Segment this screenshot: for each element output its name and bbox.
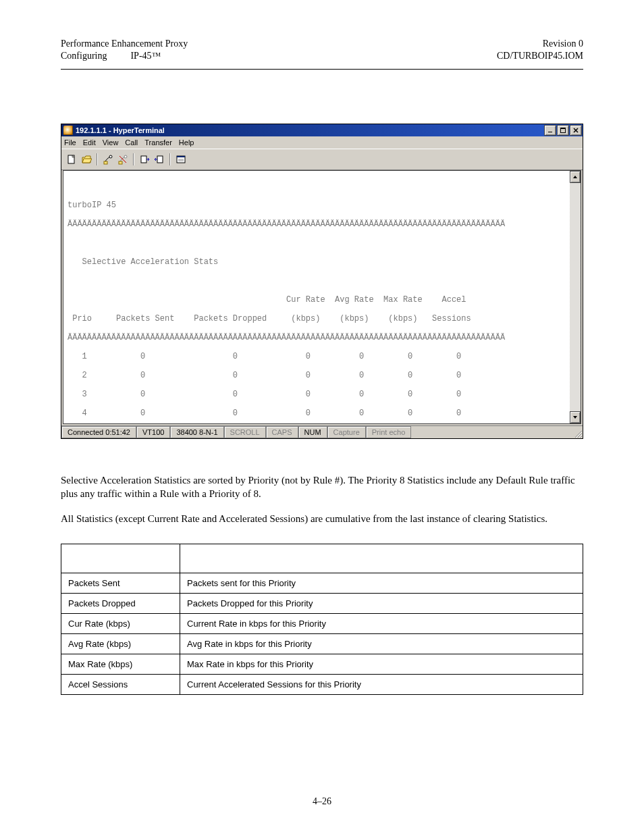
status-capture: Capture <box>327 426 366 438</box>
term-cell: Accel Sessions <box>61 674 180 694</box>
terminal-section-title: Selective Acceleration Stats <box>68 257 566 267</box>
table-header-row <box>61 544 583 573</box>
term-cell: Avg Rate (kbps) <box>61 633 180 654</box>
status-caps: CAPS <box>266 426 298 438</box>
stats-row: 3 0 0 0 0 0 0 <box>68 390 566 399</box>
svg-rect-13 <box>157 156 163 163</box>
table-header-term <box>61 544 180 573</box>
term-cell: Cur Rate (kbps) <box>61 613 180 633</box>
window-title: 192.1.1.1 - HyperTerminal <box>76 126 165 134</box>
paragraph-1: Selective Acceleration Statistics are so… <box>61 474 583 500</box>
svg-rect-7 <box>104 161 107 164</box>
receive-icon[interactable] <box>152 152 167 167</box>
terminal-product: turboIP 45 <box>68 201 566 210</box>
desc-cell: Current Rate in kbps for this Priority <box>180 613 583 633</box>
hyperterminal-window: 192.1.1.1 - HyperTerminal File Edit View… <box>61 124 583 439</box>
menu-help[interactable]: Help <box>179 138 194 147</box>
vertical-scrollbar[interactable] <box>570 171 581 423</box>
header-left-1: Performance Enhancement Proxy <box>61 38 188 50</box>
connect-icon[interactable] <box>101 152 115 167</box>
status-connected: Connected 0:51:42 <box>61 426 136 438</box>
svg-rect-2 <box>560 128 566 129</box>
terminal-divider-1: ÄÄÄÄÄÄÄÄÄÄÄÄÄÄÄÄÄÄÄÄÄÄÄÄÄÄÄÄÄÄÄÄÄÄÄÄÄÄÄÄ… <box>68 219 566 229</box>
svg-rect-15 <box>177 156 185 157</box>
desc-cell: Max Rate in kbps for this Priority <box>180 654 583 674</box>
svg-point-8 <box>109 155 112 158</box>
open-icon[interactable] <box>79 152 94 167</box>
scroll-track[interactable] <box>570 183 581 411</box>
header-right-2: CD/TURBOIP45.IOM <box>497 50 583 62</box>
toolbar-separator-1 <box>95 152 99 167</box>
menu-transfer[interactable]: Transfer <box>144 138 172 147</box>
table-row: Packets Dropped Packets Dropped for this… <box>61 593 583 613</box>
minimize-button[interactable] <box>544 125 556 136</box>
menu-view[interactable]: View <box>103 138 119 147</box>
svg-marker-6 <box>82 159 92 163</box>
table-row: Packets Sent Packets sent for this Prior… <box>61 573 583 593</box>
svg-marker-19 <box>573 416 577 419</box>
menu-file[interactable]: File <box>64 138 76 147</box>
resize-grip-icon[interactable] <box>570 426 583 438</box>
status-settings: 38400 8-N-1 <box>170 426 223 438</box>
header-rule <box>61 69 583 70</box>
table-row: Cur Rate (kbps) Current Rate in kbps for… <box>61 613 583 633</box>
toolbar-separator-3 <box>168 152 172 167</box>
desc-cell: Current Accelerated Sessions for this Pr… <box>180 674 583 694</box>
scroll-down-icon[interactable] <box>570 411 581 423</box>
svg-rect-0 <box>548 132 552 132</box>
menubar: File Edit View Call Transfer Help <box>61 136 583 149</box>
header-right-1: Revision 0 <box>543 38 583 50</box>
toolbar <box>61 149 583 170</box>
desc-cell: Avg Rate in kbps for this Priority <box>180 633 583 654</box>
table-row: Accel Sessions Current Accelerated Sessi… <box>61 674 583 694</box>
terminal-header-2: Prio Packets Sent Packets Dropped (kbps)… <box>68 314 566 323</box>
svg-line-25 <box>581 437 582 438</box>
page-header: Performance Enhancement Proxy Revision 0… <box>61 38 583 70</box>
new-icon[interactable] <box>64 152 79 167</box>
terminal-output: turboIP 45 ÄÄÄÄÄÄÄÄÄÄÄÄÄÄÄÄÄÄÄÄÄÄÄÄÄÄÄÄÄ… <box>63 171 570 423</box>
close-button[interactable] <box>570 125 582 136</box>
window-titlebar[interactable]: 192.1.1.1 - HyperTerminal <box>61 124 583 136</box>
body-text: Selective Acceleration Statistics are so… <box>61 474 583 526</box>
terminal-header-1: Cur Rate Avg Rate Max Rate Accel <box>68 295 566 305</box>
scroll-up-icon[interactable] <box>570 171 581 183</box>
desc-cell: Packets sent for this Priority <box>180 573 583 593</box>
status-num: NUM <box>298 426 327 438</box>
term-cell: Max Rate (kbps) <box>61 654 180 674</box>
table-header-desc <box>180 544 583 573</box>
status-printecho: Print echo <box>366 426 412 438</box>
stats-row: 1 0 0 0 0 0 0 <box>68 352 566 361</box>
disconnect-icon[interactable] <box>115 152 130 167</box>
page-number: 4–26 <box>61 796 583 807</box>
toolbar-separator-2 <box>132 152 136 167</box>
term-cell: Packets Sent <box>61 573 180 593</box>
table-row: Avg Rate (kbps) Avg Rate in kbps for thi… <box>61 633 583 654</box>
status-emulation: VT100 <box>136 426 170 438</box>
svg-rect-9 <box>119 161 122 164</box>
svg-point-10 <box>124 155 127 158</box>
terminal-divider-2: ÄÄÄÄÄÄÄÄÄÄÄÄÄÄÄÄÄÄÄÄÄÄÄÄÄÄÄÄÄÄÄÄÄÄÄÄÄÄÄÄ… <box>68 333 566 342</box>
stats-row: 2 0 0 0 0 0 0 <box>68 371 566 380</box>
terminal-frame: turboIP 45 ÄÄÄÄÄÄÄÄÄÄÄÄÄÄÄÄÄÄÄÄÄÄÄÄÄÄÄÄÄ… <box>61 170 583 425</box>
definitions-table: Packets Sent Packets sent for this Prior… <box>61 544 583 695</box>
maximize-button[interactable] <box>557 125 569 136</box>
svg-marker-18 <box>573 176 577 178</box>
send-icon[interactable] <box>137 152 152 167</box>
menu-call[interactable]: Call <box>125 138 138 147</box>
status-scroll: SCROLL <box>224 426 266 438</box>
desc-cell: Packets Dropped for this Priority <box>180 593 583 613</box>
paragraph-2: All Statistics (except Current Rate and … <box>61 513 583 526</box>
svg-rect-12 <box>141 156 146 163</box>
header-left-2: Configuring IP-45™ <box>61 50 161 62</box>
properties-icon[interactable] <box>173 152 188 167</box>
stats-row: 4 0 0 0 0 0 0 <box>68 409 566 418</box>
app-icon <box>63 126 73 135</box>
table-row: Max Rate (kbps) Max Rate in kbps for thi… <box>61 654 583 674</box>
term-cell: Packets Dropped <box>61 593 180 613</box>
statusbar: Connected 0:51:42 VT100 38400 8-N-1 SCRO… <box>61 425 583 438</box>
menu-edit[interactable]: Edit <box>83 138 96 147</box>
